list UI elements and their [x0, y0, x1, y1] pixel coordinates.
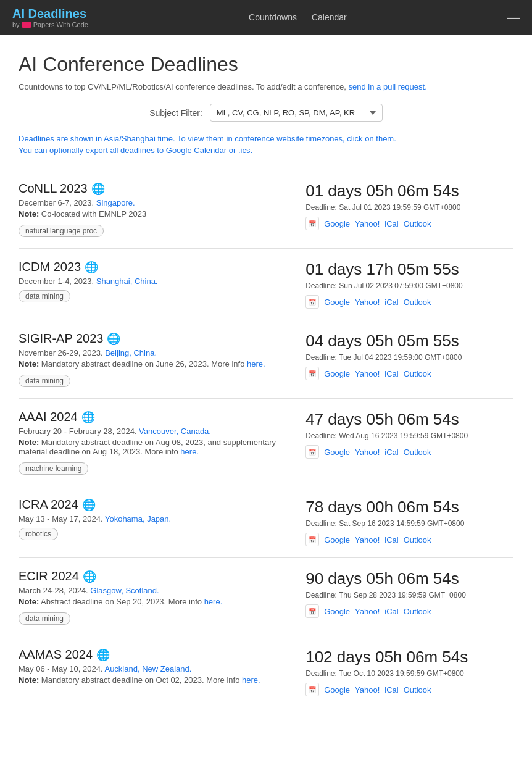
conf-name: ICRA 2024 🌐 [19, 498, 291, 512]
cal-link[interactable]: Google [324, 685, 350, 695]
conf-date: February 20 - February 28, 2024. Vancouv… [19, 427, 291, 436]
cal-link[interactable]: iCal [384, 607, 398, 616]
calendar-icon: 📅 [305, 445, 319, 459]
brand-area: AI Deadlines by Papers With Code [12, 6, 88, 28]
cal-link[interactable]: iCal [384, 369, 398, 378]
conf-location-link[interactable]: Beijing, China. [105, 348, 157, 357]
cal-links-row: 📅 GoogleYahoo!iCalOutlook [305, 445, 513, 459]
conf-title-text: ICDM 2023 [19, 260, 81, 274]
conference-item: ECIR 2024 🌐 March 24-28, 2024. Glasgow, … [19, 557, 513, 636]
deadline-text: Deadline: Tue Oct 10 2023 19:59:59 GMT+0… [305, 669, 513, 678]
page-subtitle: Countdowns to top CV/NLP/ML/Robotics/AI … [19, 82, 513, 91]
conf-note: Note: Mandatory abstract deadline on Jun… [19, 359, 291, 369]
cal-link[interactable]: Outlook [404, 607, 431, 616]
conf-location-link[interactable]: Vancouver, Canada. [139, 427, 211, 436]
conf-location-link[interactable]: Shanghai, China. [96, 277, 158, 286]
page-title: AI Conference Deadlines [19, 53, 513, 76]
conf-name: ECIR 2024 🌐 [19, 569, 291, 583]
conf-left: ECIR 2024 🌐 March 24-28, 2024. Glasgow, … [19, 569, 291, 625]
cal-link[interactable]: Outlook [404, 219, 431, 228]
more-info-link[interactable]: here. [247, 359, 265, 369]
pwc-name: Papers With Code [33, 21, 88, 28]
cal-link[interactable]: Google [324, 369, 350, 378]
conference-item: SIGIR-AP 2023 🌐 November 26-29, 2023. Be… [19, 320, 513, 398]
cal-links-row: 📅 GoogleYahoo!iCalOutlook [305, 295, 513, 309]
google-cal-export-link[interactable]: Google Calendar [166, 146, 227, 155]
cal-link[interactable]: Google [324, 448, 350, 457]
cal-link[interactable]: Yahoo! [355, 448, 380, 457]
cal-link[interactable]: iCal [384, 298, 398, 307]
note-label: Note: [19, 359, 39, 369]
conf-left: CoNLL 2023 🌐 December 6-7, 2023. Singapo… [19, 181, 291, 237]
countdown-timer: 78 days 00h 06m 54s [305, 498, 513, 517]
calendar-icon: 📅 [305, 533, 319, 546]
conf-title-text: SIGIR-AP 2023 [19, 332, 103, 346]
cal-links-row: 📅 GoogleYahoo!iCalOutlook [305, 367, 513, 380]
cal-link[interactable]: Yahoo! [355, 535, 380, 544]
cal-link[interactable]: Yahoo! [355, 298, 380, 307]
more-info-link[interactable]: here. [180, 447, 199, 456]
globe-icon: 🌐 [85, 261, 98, 274]
conf-location-link[interactable]: Auckland, New Zealand. [104, 664, 191, 674]
conf-date: December 6-7, 2023. Singapore. [19, 198, 291, 207]
conf-location-link[interactable]: Singapore. [96, 198, 135, 207]
nav-calendar[interactable]: Calendar [312, 12, 347, 22]
cal-link[interactable]: Google [324, 219, 350, 228]
cal-link[interactable]: Outlook [404, 448, 431, 457]
globe-icon: 🌐 [96, 648, 110, 662]
deadline-text: Deadline: Sat Jul 01 2023 19:59:59 GMT+0… [305, 203, 513, 212]
cal-link[interactable]: iCal [384, 535, 398, 544]
cal-link[interactable]: Yahoo! [355, 219, 380, 228]
cal-link[interactable]: Google [324, 298, 350, 307]
conf-date: December 1-4, 2023. Shanghai, China. [19, 277, 291, 286]
export-info: You can optionally export all deadlines … [19, 146, 513, 155]
conf-note: Note: Co-located with EMNLP 2023 [19, 209, 291, 219]
conf-name: CoNLL 2023 🌐 [19, 181, 291, 196]
export-or: or [229, 146, 236, 155]
cal-links-row: 📅 GoogleYahoo!iCalOutlook [305, 217, 513, 230]
more-info-link[interactable]: here. [242, 675, 260, 685]
site-title: AI Deadlines [12, 6, 88, 21]
cal-link[interactable]: Outlook [404, 369, 431, 378]
subject-filter-select[interactable]: ML, CV, CG, NLP, RO, SP, DM, AP, KR [210, 104, 383, 122]
cal-link[interactable]: Google [324, 607, 350, 616]
conf-right: 78 days 00h 06m 54s Deadline: Sat Sep 16… [305, 498, 513, 546]
conference-list: CoNLL 2023 🌐 December 6-7, 2023. Singapo… [19, 170, 513, 707]
conf-name: SIGIR-AP 2023 🌐 [19, 332, 291, 346]
site-header: AI Deadlines by Papers With Code Countdo… [0, 0, 532, 35]
deadline-text: Deadline: Tue Jul 04 2023 19:59:00 GMT+0… [305, 353, 513, 362]
conference-item: ICDM 2023 🌐 December 1-4, 2023. Shanghai… [19, 248, 513, 320]
conf-right: 01 days 17h 05m 55s Deadline: Sun Jul 02… [305, 260, 513, 309]
conf-location-link[interactable]: Yokohama, Japan. [105, 514, 171, 524]
cal-link[interactable]: Yahoo! [355, 685, 380, 695]
cal-link[interactable]: iCal [384, 448, 398, 457]
conf-date: May 13 - May 17, 2024. Yokohama, Japan. [19, 514, 291, 524]
pull-request-link[interactable]: send in a pull request. [349, 82, 427, 91]
conf-tag: data mining [19, 290, 70, 302]
conf-tag: machine learning [19, 462, 88, 475]
cal-link[interactable]: Outlook [404, 535, 431, 544]
cal-link[interactable]: Outlook [404, 298, 431, 307]
cal-link[interactable]: iCal [384, 219, 398, 228]
ics-export-link[interactable]: .ics. [238, 146, 252, 155]
countdown-timer: 47 days 05h 06m 54s [305, 410, 513, 429]
globe-icon: 🌐 [83, 570, 96, 583]
menu-icon[interactable]: — [507, 10, 520, 25]
cal-link[interactable]: iCal [384, 685, 398, 695]
cal-link[interactable]: Outlook [404, 685, 431, 695]
conf-title-text: ECIR 2024 [19, 569, 79, 583]
cal-link[interactable]: Yahoo! [355, 607, 380, 616]
conf-right: 90 days 05h 06m 54s Deadline: Thu Sep 28… [305, 569, 513, 618]
cal-link[interactable]: Yahoo! [355, 369, 380, 378]
conf-title-text: AAAI 2024 [19, 410, 78, 424]
cal-link[interactable]: Google [324, 535, 350, 544]
note-label: Note: [19, 438, 39, 447]
main-content: AI Conference Deadlines Countdowns to to… [0, 35, 532, 732]
conf-location-link[interactable]: Glasgow, Scotland. [90, 586, 159, 595]
countdown-timer: 01 days 05h 06m 54s [305, 181, 513, 201]
conf-title-text: ICRA 2024 [19, 498, 78, 512]
more-info-link[interactable]: here. [204, 597, 223, 606]
nav-countdowns[interactable]: Countdowns [249, 12, 297, 22]
conf-tag: robotics [19, 528, 58, 540]
site-subtitle: by Papers With Code [12, 21, 88, 28]
